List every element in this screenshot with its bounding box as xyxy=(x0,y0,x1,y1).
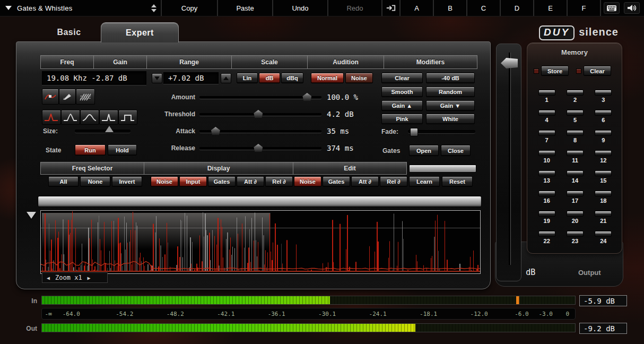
spectrum-scrollbar[interactable] xyxy=(38,196,482,207)
copy-to-slot-button[interactable] xyxy=(382,0,401,16)
memory-slot-button[interactable] xyxy=(567,231,584,237)
tab-expert[interactable]: Expert xyxy=(101,22,179,42)
spectrum-marker[interactable] xyxy=(27,212,36,219)
memory-slot-9[interactable]: 9 xyxy=(591,130,615,145)
audition-normal-button[interactable]: Normal xyxy=(311,73,344,83)
memory-slot-11[interactable]: 11 xyxy=(563,150,587,166)
memory-slot-24[interactable]: 24 xyxy=(591,231,615,246)
release-handle[interactable] xyxy=(254,144,263,152)
range-decrease-button[interactable] xyxy=(152,73,162,83)
memory-slot-6[interactable]: 6 xyxy=(591,110,615,125)
memory-slot-button[interactable] xyxy=(595,130,612,136)
memory-slot-16[interactable]: 16 xyxy=(535,191,559,206)
memory-slot-button[interactable] xyxy=(595,170,612,176)
gates-open-button[interactable]: Open xyxy=(409,145,439,156)
memory-slot-10[interactable]: 10 xyxy=(535,150,559,166)
memory-clear-button[interactable]: Clear xyxy=(584,66,611,76)
threshold-handle[interactable] xyxy=(254,110,263,118)
memory-slot-button[interactable] xyxy=(595,191,612,196)
attack-handle[interactable] xyxy=(211,127,220,135)
release-slider[interactable] xyxy=(199,147,321,150)
slot-a-button[interactable]: A xyxy=(401,0,434,16)
modifier-minus40-button[interactable]: -40 dB xyxy=(426,73,475,83)
memory-slot-button[interactable] xyxy=(595,211,612,217)
freq-none-button[interactable]: None xyxy=(80,176,110,187)
attack-slider[interactable] xyxy=(199,130,321,133)
preset-up-icon[interactable] xyxy=(151,4,156,7)
preset-dropdown-icon[interactable] xyxy=(5,6,12,10)
slot-c-button[interactable]: C xyxy=(467,0,501,16)
fade-slider[interactable] xyxy=(408,130,475,133)
memory-slot-21[interactable]: 21 xyxy=(591,211,615,226)
display-att-button[interactable]: Att ∂ xyxy=(237,176,264,187)
curve-peak-button[interactable] xyxy=(61,110,80,125)
modifier-random-button[interactable]: Random xyxy=(426,87,475,97)
size-slider[interactable] xyxy=(75,130,130,133)
display-input-button[interactable]: Input xyxy=(179,176,207,187)
display-noise-button[interactable]: Noise xyxy=(151,176,178,187)
memory-slot-18[interactable]: 18 xyxy=(591,191,615,206)
edit-rel-button[interactable]: Rel ∂ xyxy=(380,176,407,187)
memory-slot-button[interactable] xyxy=(567,191,584,196)
fade-handle[interactable] xyxy=(410,128,418,136)
output-fader-track[interactable] xyxy=(509,53,510,265)
size-handle[interactable] xyxy=(105,126,114,132)
keyboard-icon[interactable] xyxy=(604,2,620,14)
memory-slot-23[interactable]: 23 xyxy=(563,231,587,246)
memory-slot-15[interactable]: 15 xyxy=(591,170,615,186)
curve-spike-button[interactable] xyxy=(99,110,118,125)
preset-down-icon[interactable] xyxy=(151,9,156,12)
range-increase-button[interactable] xyxy=(221,73,231,83)
preset-selector[interactable]: Gates & Whistles xyxy=(0,0,162,16)
memory-slot-button[interactable] xyxy=(567,130,584,136)
slot-b-button[interactable]: B xyxy=(434,0,467,16)
reset-button[interactable]: Reset xyxy=(442,176,473,187)
gates-close-button[interactable]: Close xyxy=(441,145,471,156)
memory-slot-button[interactable] xyxy=(567,211,584,217)
memory-store-button[interactable]: Store xyxy=(541,66,569,76)
edit-att-button[interactable]: Att ∂ xyxy=(351,176,379,187)
modifier-smooth-button[interactable]: Smooth xyxy=(381,87,423,97)
modifier-white-button[interactable]: White xyxy=(426,114,475,124)
display-rel-button[interactable]: Rel ∂ xyxy=(265,176,293,187)
zoom-in-arrow[interactable]: ▶ xyxy=(88,275,91,281)
memory-slot-8[interactable]: 8 xyxy=(563,130,587,145)
audition-noise-button[interactable]: Noise xyxy=(345,73,373,83)
preset-spinner[interactable] xyxy=(151,4,161,12)
memory-slot-button[interactable] xyxy=(538,231,555,237)
memory-slot-3[interactable]: 3 xyxy=(591,90,615,105)
state-hold-button[interactable]: Hold xyxy=(108,144,137,156)
amount-slider[interactable] xyxy=(199,96,321,99)
memory-slot-button[interactable] xyxy=(538,90,555,96)
slot-e-button[interactable]: E xyxy=(534,0,568,16)
memory-slot-4[interactable]: 4 xyxy=(535,110,559,125)
paste-button[interactable]: Paste xyxy=(218,0,273,16)
memory-slot-5[interactable]: 5 xyxy=(563,110,587,125)
output-fader-handle[interactable] xyxy=(501,58,518,68)
memory-slot-button[interactable] xyxy=(567,110,584,116)
edit-gates-button[interactable]: Gates xyxy=(323,176,350,187)
memory-slot-19[interactable]: 19 xyxy=(535,211,559,226)
scale-db-button[interactable]: dB xyxy=(259,73,280,83)
memory-slot-22[interactable]: 22 xyxy=(535,231,559,246)
slot-d-button[interactable]: D xyxy=(501,0,534,16)
pencil-tool-button[interactable] xyxy=(59,89,76,105)
memory-slot-button[interactable] xyxy=(595,110,612,116)
curve-flat-button[interactable] xyxy=(118,110,137,125)
memory-slot-button[interactable] xyxy=(567,90,584,96)
slot-f-button[interactable]: F xyxy=(568,0,601,16)
modifier-gain-down-button[interactable]: Gain ▼ xyxy=(426,100,475,111)
curve-bell-button[interactable] xyxy=(80,110,99,125)
edit-noise-button[interactable]: Noise xyxy=(294,176,321,187)
curve-sharp-button[interactable] xyxy=(42,110,61,125)
modifier-gain-up-button[interactable]: Gain ▲ xyxy=(381,100,423,111)
learn-button[interactable]: Learn xyxy=(409,176,440,187)
hatch-tool-button[interactable] xyxy=(76,89,95,105)
undo-button[interactable]: Undo xyxy=(273,0,328,16)
memory-slot-button[interactable] xyxy=(595,150,612,156)
memory-slot-button[interactable] xyxy=(538,110,555,116)
memory-slot-button[interactable] xyxy=(538,130,555,136)
state-run-button[interactable]: Run xyxy=(75,144,106,156)
memory-slot-20[interactable]: 20 xyxy=(563,211,587,226)
speaker-icon[interactable] xyxy=(624,2,640,14)
